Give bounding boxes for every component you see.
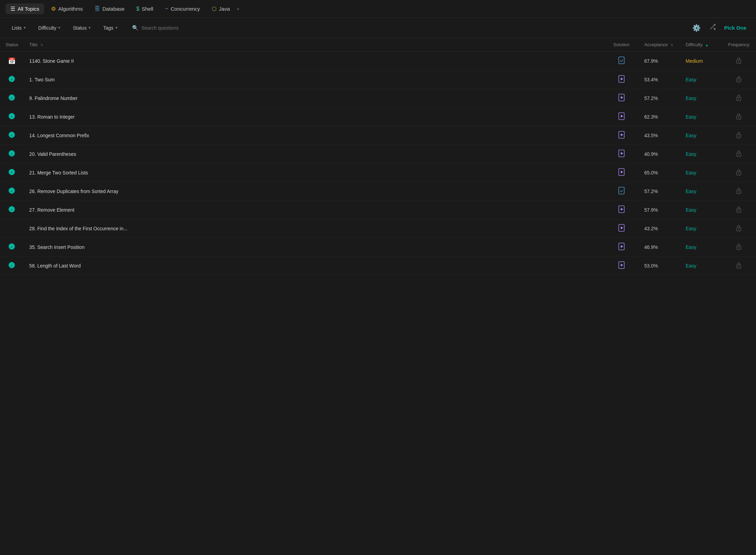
table-row[interactable]: ✓13. Roman to Integer 62.3%Easy bbox=[0, 108, 756, 126]
table-row[interactable]: ✓1. Two Sum 53.4%Easy bbox=[0, 70, 756, 89]
nav-item-java[interactable]: ⬡Java bbox=[207, 3, 235, 14]
problem-title-14[interactable]: 14. Longest Common Prefix bbox=[29, 133, 89, 138]
table-row[interactable]: ✓20. Valid Parentheses 40.9%Easy bbox=[0, 145, 756, 163]
frequency-cell-35[interactable] bbox=[722, 238, 756, 256]
solution-icon-28[interactable] bbox=[618, 224, 625, 232]
title-cell-1[interactable]: 1. Two Sum bbox=[24, 70, 604, 89]
title-cell-20[interactable]: 20. Valid Parentheses bbox=[24, 145, 604, 163]
lock-icon-1[interactable] bbox=[736, 75, 742, 82]
solution-cell-20[interactable] bbox=[604, 145, 639, 163]
shuffle-button[interactable] bbox=[706, 22, 719, 33]
problem-title-21[interactable]: 21. Merge Two Sorted Lists bbox=[29, 170, 88, 175]
title-cell-35[interactable]: 35. Search Insert Position bbox=[24, 238, 604, 256]
problem-title-27[interactable]: 27. Remove Element bbox=[29, 207, 74, 213]
solution-icon-1140[interactable] bbox=[618, 57, 625, 64]
tags-filter[interactable]: Tags ▾ bbox=[98, 23, 122, 33]
title-cell-14[interactable]: 14. Longest Common Prefix bbox=[24, 126, 604, 145]
title-cell-21[interactable]: 21. Merge Two Sorted Lists bbox=[24, 163, 604, 182]
problem-title-13[interactable]: 13. Roman to Integer bbox=[29, 114, 75, 120]
table-row[interactable]: ✓35. Search Insert Position 46.9%Easy bbox=[0, 238, 756, 256]
solution-cell-13[interactable] bbox=[604, 108, 639, 126]
lock-icon-21[interactable] bbox=[736, 169, 742, 175]
solution-cell-28[interactable] bbox=[604, 219, 639, 238]
solution-icon-9[interactable] bbox=[618, 94, 625, 101]
problem-title-26[interactable]: 26. Remove Duplicates from Sorted Array bbox=[29, 189, 118, 194]
table-row[interactable]: 📅1140. Stone Game II 67.9%Medium bbox=[0, 52, 756, 70]
frequency-cell-14[interactable] bbox=[722, 126, 756, 145]
table-row[interactable]: ✓14. Longest Common Prefix 43.5%Easy bbox=[0, 126, 756, 145]
solution-icon-14[interactable] bbox=[618, 131, 625, 139]
frequency-cell-1140[interactable] bbox=[722, 52, 756, 70]
table-row[interactable]: ✓27. Remove Element 57.9%Easy bbox=[0, 201, 756, 219]
solution-cell-1140[interactable] bbox=[604, 52, 639, 70]
col-acceptance[interactable]: Acceptance ⇅ bbox=[639, 38, 680, 52]
solution-cell-9[interactable] bbox=[604, 89, 639, 108]
title-cell-13[interactable]: 13. Roman to Integer bbox=[24, 108, 604, 126]
title-cell-58[interactable]: 58. Length of Last Word bbox=[24, 256, 604, 275]
solution-icon-1[interactable] bbox=[618, 75, 625, 83]
problem-title-28[interactable]: 28. Find the Index of the First Occurren… bbox=[29, 226, 128, 231]
status-filter[interactable]: Status ▾ bbox=[68, 23, 96, 33]
lock-icon-9[interactable] bbox=[736, 94, 742, 101]
frequency-cell-26[interactable] bbox=[722, 182, 756, 201]
lock-icon-58[interactable] bbox=[736, 262, 742, 269]
lock-icon-35[interactable] bbox=[736, 243, 742, 250]
solution-cell-21[interactable] bbox=[604, 163, 639, 182]
solution-cell-26[interactable] bbox=[604, 182, 639, 201]
table-row[interactable]: ✓26. Remove Duplicates from Sorted Array… bbox=[0, 182, 756, 201]
title-cell-1140[interactable]: 1140. Stone Game II bbox=[24, 52, 604, 70]
table-row[interactable]: ✓58. Length of Last Word 53.0%Easy bbox=[0, 256, 756, 275]
lock-icon-13[interactable] bbox=[736, 113, 742, 120]
solution-cell-35[interactable] bbox=[604, 238, 639, 256]
pick-one-button[interactable]: Pick One bbox=[722, 23, 749, 32]
nav-item-database[interactable]: 🗄Database bbox=[90, 4, 129, 14]
lock-icon-27[interactable] bbox=[736, 206, 742, 213]
title-cell-9[interactable]: 9. Palindrome Number bbox=[24, 89, 604, 108]
solution-cell-14[interactable] bbox=[604, 126, 639, 145]
solution-cell-27[interactable] bbox=[604, 201, 639, 219]
frequency-cell-9[interactable] bbox=[722, 89, 756, 108]
frequency-cell-27[interactable] bbox=[722, 201, 756, 219]
search-input[interactable] bbox=[141, 25, 262, 31]
solution-cell-1[interactable] bbox=[604, 70, 639, 89]
problem-title-1140[interactable]: 1140. Stone Game II bbox=[29, 58, 74, 64]
problem-title-35[interactable]: 35. Search Insert Position bbox=[29, 244, 84, 250]
table-row[interactable]: ✓21. Merge Two Sorted Lists 65.0%Easy bbox=[0, 163, 756, 182]
frequency-cell-20[interactable] bbox=[722, 145, 756, 163]
title-cell-28[interactable]: 28. Find the Index of the First Occurren… bbox=[24, 219, 604, 238]
problem-title-1[interactable]: 1. Two Sum bbox=[29, 77, 55, 82]
table-row[interactable]: ✓9. Palindrome Number 57.2%Easy bbox=[0, 89, 756, 108]
lock-icon-14[interactable] bbox=[736, 131, 742, 138]
solution-icon-13[interactable] bbox=[618, 112, 625, 120]
table-row[interactable]: 28. Find the Index of the First Occurren… bbox=[0, 219, 756, 238]
difficulty-filter[interactable]: Difficulty ▾ bbox=[33, 23, 66, 33]
col-difficulty[interactable]: Difficulty ▲ bbox=[680, 38, 722, 52]
frequency-cell-58[interactable] bbox=[722, 256, 756, 275]
lock-icon-1140[interactable] bbox=[736, 57, 742, 64]
solution-icon-27[interactable] bbox=[618, 205, 625, 213]
lock-icon-26[interactable] bbox=[736, 187, 742, 194]
solution-cell-58[interactable] bbox=[604, 256, 639, 275]
title-cell-26[interactable]: 26. Remove Duplicates from Sorted Array bbox=[24, 182, 604, 201]
problem-title-20[interactable]: 20. Valid Parentheses bbox=[29, 151, 76, 157]
problem-title-58[interactable]: 58. Length of Last Word bbox=[29, 263, 81, 269]
nav-more[interactable]: » bbox=[237, 6, 239, 11]
frequency-cell-28[interactable] bbox=[722, 219, 756, 238]
solution-icon-26[interactable] bbox=[618, 187, 625, 194]
nav-item-shell[interactable]: $Shell bbox=[131, 4, 158, 14]
solution-icon-21[interactable] bbox=[618, 168, 625, 176]
lock-icon-28[interactable] bbox=[736, 224, 742, 231]
solution-icon-58[interactable] bbox=[618, 261, 625, 269]
problem-title-9[interactable]: 9. Palindrome Number bbox=[29, 95, 78, 101]
nav-item-all-topics[interactable]: ☰All Topics bbox=[6, 3, 44, 14]
col-title[interactable]: Title ⇅ bbox=[24, 38, 604, 52]
lists-filter[interactable]: Lists ▾ bbox=[7, 23, 31, 33]
frequency-cell-21[interactable] bbox=[722, 163, 756, 182]
nav-item-concurrency[interactable]: ~Concurrency bbox=[160, 4, 205, 14]
nav-item-algorithms[interactable]: ⚙Algorithms bbox=[46, 3, 88, 14]
frequency-cell-13[interactable] bbox=[722, 108, 756, 126]
solution-icon-35[interactable] bbox=[618, 243, 625, 250]
frequency-cell-1[interactable] bbox=[722, 70, 756, 89]
lock-icon-20[interactable] bbox=[736, 150, 742, 157]
settings-button[interactable]: ⚙️ bbox=[689, 22, 704, 33]
